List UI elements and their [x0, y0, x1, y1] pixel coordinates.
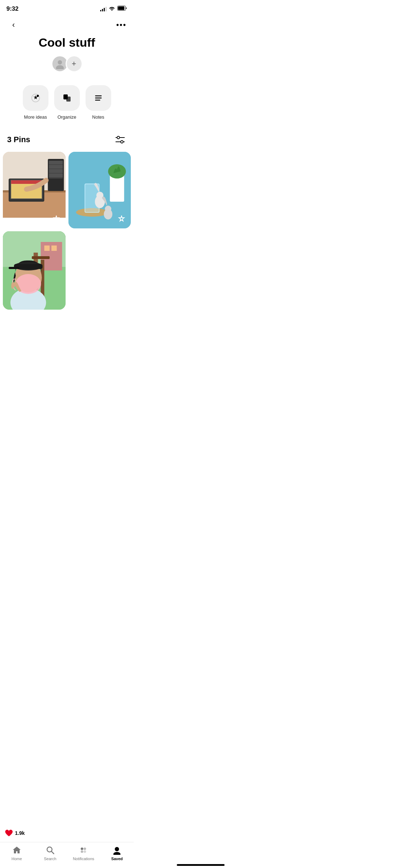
pin-card[interactable] — [68, 152, 131, 228]
nav-bar: ‹ ••• — [0, 16, 134, 34]
svg-rect-25 — [49, 169, 63, 173]
back-button[interactable]: ‹ — [7, 19, 20, 31]
notes-button[interactable] — [86, 85, 111, 111]
signal-icon — [100, 6, 107, 11]
svg-point-4 — [37, 95, 39, 97]
organize-action: Organize — [54, 85, 80, 120]
pin-save-button[interactable] — [116, 213, 127, 225]
svg-point-2 — [58, 60, 62, 64]
wifi-icon — [109, 6, 115, 12]
svg-point-35 — [105, 206, 111, 212]
svg-rect-49 — [9, 267, 19, 269]
svg-rect-39 — [44, 246, 50, 251]
pin-image — [3, 152, 66, 218]
more-ideas-button[interactable] — [23, 85, 48, 111]
svg-rect-6 — [66, 97, 71, 102]
organize-button[interactable] — [54, 85, 80, 111]
pins-grid — [0, 152, 134, 310]
svg-point-12 — [117, 136, 120, 139]
pins-header: 3 Pins — [0, 130, 134, 152]
more-ideas-label: More ideas — [24, 114, 47, 120]
notes-label: Notes — [92, 114, 104, 120]
svg-rect-43 — [32, 256, 50, 259]
status-bar: 9:32 — [0, 0, 134, 16]
svg-point-3 — [56, 65, 64, 69]
svg-rect-24 — [49, 165, 63, 169]
action-row: More ideas Organize Notes — [0, 79, 134, 130]
svg-rect-23 — [49, 161, 63, 164]
filter-button[interactable] — [114, 133, 127, 146]
notes-action: Notes — [86, 85, 111, 120]
svg-rect-40 — [51, 246, 57, 251]
pins-count: 3 Pins — [7, 135, 30, 144]
more-button[interactable]: ••• — [116, 20, 127, 30]
more-ideas-action: More ideas — [23, 85, 48, 120]
pin-image — [3, 231, 66, 310]
add-collaborator-button[interactable]: + — [66, 55, 83, 72]
pin-card[interactable] — [3, 152, 66, 228]
battery-icon — [117, 6, 127, 12]
svg-rect-1 — [118, 6, 124, 10]
pin-card[interactable] — [3, 231, 66, 310]
status-icons — [100, 6, 127, 12]
svg-point-13 — [121, 141, 123, 143]
status-time: 9:32 — [6, 5, 19, 12]
organize-label: Organize — [57, 114, 76, 120]
board-title: Cool stuff — [0, 34, 134, 55]
pin-save-button[interactable] — [51, 213, 62, 225]
avatar-row: + — [0, 55, 134, 79]
svg-rect-26 — [49, 174, 63, 177]
